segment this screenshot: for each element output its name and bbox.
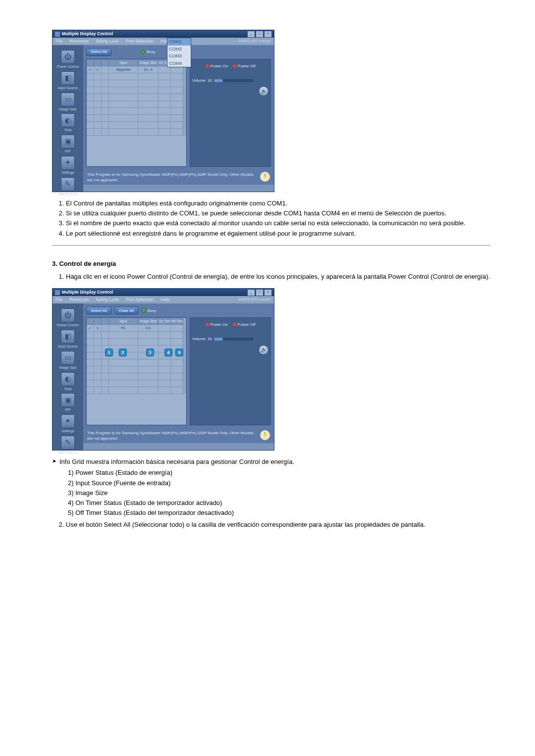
input-icon: ◧ [65, 73, 71, 83]
col-id [94, 318, 102, 325]
sidebar-item-image-size[interactable]: ▭Image Size [53, 351, 83, 370]
window-buttons: _ □ × [247, 289, 272, 296]
sidebar-item-maintenance[interactable]: ✎Maintenance [53, 177, 83, 197]
close-button[interactable]: × [264, 289, 272, 296]
window-title: Multiple Display Control [62, 289, 247, 296]
sidebar-item-power-control[interactable]: ⏻Power Control [53, 308, 83, 328]
menu-remocon[interactable]: Remocon [70, 297, 89, 303]
menu-file[interactable]: File [55, 297, 63, 303]
window-buttons: _ □ × [247, 31, 272, 38]
power-on-button[interactable]: Power On [206, 322, 228, 327]
status-bar [83, 185, 274, 192]
instruction-list-1: El Control de pantallas múltiples está c… [52, 199, 490, 238]
warning-icon: ! [260, 172, 270, 182]
power-panel: Power On Power Off Volume 10 🔊 [190, 317, 271, 425]
table-row [87, 129, 186, 136]
close-button[interactable]: × [264, 31, 272, 38]
minimize-button[interactable]: _ [247, 31, 255, 38]
info-grid-line: ➤ Info Grid muestra información básica n… [52, 457, 490, 466]
sidebar-item-image-size[interactable]: ▭Image Size [53, 93, 83, 112]
power-dot-icon [206, 323, 209, 326]
menu-remocon[interactable]: Remocon [70, 38, 89, 45]
power-dot-icon [206, 64, 209, 68]
list-item: Le port sélectionné est enregistré dans … [66, 229, 490, 238]
app-screenshot-2: Multiple Display Control _ □ × File Remo… [52, 288, 490, 451]
callout-4: 4 [164, 349, 172, 356]
menu-help[interactable]: Help [160, 297, 170, 303]
app-window: Multiple Display Control _ □ × File Remo… [52, 30, 274, 192]
table-row [87, 332, 186, 339]
menu-safety-lock[interactable]: Safety Lock [96, 38, 119, 45]
volume-label: Volume [192, 336, 206, 342]
volume-slider[interactable] [214, 79, 254, 82]
sidebar-item-maintenance[interactable]: ✎Maintenance [53, 436, 83, 455]
busy-dot-icon [141, 308, 146, 313]
power-on-button[interactable]: Power On [206, 63, 228, 69]
select-all-button[interactable]: Select All [86, 48, 111, 56]
port-option-com2[interactable]: COM2 [167, 46, 191, 53]
menu-safety-lock[interactable]: Safety Lock [96, 297, 119, 303]
info-grid: Input Image Size On Timer Off Timer ✓ 1 … [86, 317, 187, 425]
sidebar-item-time[interactable]: ◐Time [53, 113, 83, 133]
titlebar: Multiple Display Control _ □ × [53, 289, 274, 296]
maximize-button[interactable]: □ [256, 31, 264, 38]
sidebar-item-input-source[interactable]: ◧Input Source [53, 71, 83, 91]
app-screenshot-1: Multiple Display Control _ □ × File Remo… [52, 30, 490, 192]
col-pwr [102, 59, 109, 66]
port-option-com4[interactable]: COM4 [167, 60, 191, 67]
list-item: El Control de pantallas múltiples está c… [66, 199, 490, 208]
table-row [87, 366, 186, 373]
app-icon [54, 31, 60, 37]
menu-file[interactable]: File [55, 38, 63, 45]
clear-all-button[interactable]: Clear All [114, 306, 138, 314]
sidebar-item-time[interactable]: ◐Time [53, 372, 83, 392]
volume-label: Volume [192, 78, 206, 83]
busy-indicator: Busy [140, 49, 156, 54]
callout-1: 1 [105, 349, 113, 356]
col-imagesize: Image Size [138, 59, 159, 66]
maintenance-icon: ✎ [65, 179, 71, 189]
port-dropdown[interactable]: COM1 COM2 COM3 COM4 [167, 38, 191, 67]
callout-2: 2 [119, 349, 127, 356]
menubar: File Remocon Safety Lock Port Selection … [53, 296, 274, 303]
speaker-icon[interactable]: 🔊 [259, 345, 268, 355]
warning-icon: ! [260, 430, 270, 440]
power-off-button[interactable]: Power Off [233, 322, 255, 327]
minimize-button[interactable]: _ [247, 289, 255, 296]
maintenance-icon: ✎ [65, 438, 71, 448]
app-window: Multiple Display Control _ □ × File Remo… [52, 288, 274, 451]
callout-3: 3 [146, 349, 154, 356]
col-id [94, 59, 102, 66]
table-row [87, 339, 186, 346]
list-item: Haga clic en el icono Power Control (Con… [66, 272, 490, 281]
imagesize-icon: ▭ [65, 353, 71, 363]
brand-label: SAMSUNG master [238, 297, 271, 302]
app-body: ⏻Power Control ◧Input Source ▭Image Size… [53, 45, 274, 192]
sidebar-item-pip[interactable]: ▣PIP [53, 393, 83, 412]
sidebar-item-input-source[interactable]: ◧Input Source [53, 330, 83, 349]
sidebar-item-pip[interactable]: ▣PIP [53, 135, 83, 154]
volume-slider[interactable] [214, 338, 254, 341]
sidebar-item-settings[interactable]: ✦Settings [53, 414, 83, 434]
table-row[interactable]: ✓ 1 PC 4:3 [87, 325, 186, 332]
menubar: File Remocon Safety Lock Port Selection … [53, 38, 274, 45]
table-row [87, 73, 186, 80]
maximize-button[interactable]: □ [256, 289, 264, 296]
sidebar-item-settings[interactable]: ✦Settings [53, 156, 83, 175]
menu-port-selection[interactable]: Port Selection [126, 38, 154, 45]
busy-dot-icon [140, 50, 145, 54]
power-off-button[interactable]: Power Off [233, 63, 255, 69]
status-bar [83, 443, 274, 450]
footer-message: This Program is for Samsung SyncMaster 4… [83, 169, 274, 185]
port-option-com1[interactable]: COM1 [167, 38, 191, 46]
col-check [87, 59, 94, 66]
col-input: Input [109, 59, 138, 66]
sidebar-item-power-control[interactable]: ⏻Power Control [53, 50, 83, 69]
menu-port-selection[interactable]: Port Selection [126, 297, 154, 303]
document-page: Multiple Display Control _ □ × File Remo… [0, 0, 535, 756]
list-item: 5) Off Timer Status (Estado del temporiz… [68, 508, 490, 517]
arrow-icon: ➤ [52, 457, 56, 466]
speaker-icon[interactable]: 🔊 [259, 86, 268, 96]
select-all-button[interactable]: Select All [86, 306, 111, 314]
port-option-com3[interactable]: COM3 [167, 52, 191, 60]
